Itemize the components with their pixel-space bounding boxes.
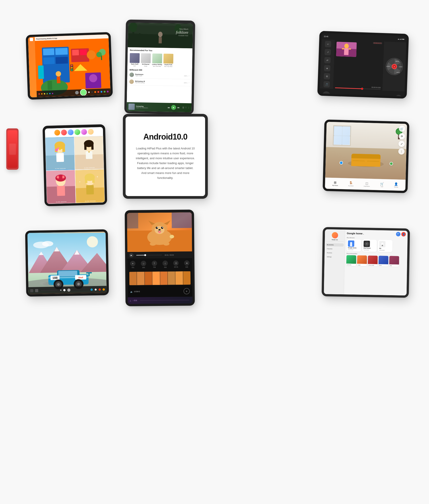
- music-next-btn[interactable]: ⏭: [177, 106, 180, 109]
- music-prev-btn[interactable]: ⏮: [168, 106, 170, 109]
- video2-tool-beauty[interactable]: ✦ 美化: [130, 261, 135, 269]
- svg-rect-5: [56, 57, 68, 64]
- gh-rec-3[interactable]: China Daily: [368, 255, 378, 266]
- furniture-ar-room: 🛒 ⟳ ⤢ ⋮: [325, 122, 407, 180]
- furniture-label: Furniture: [348, 185, 353, 187]
- svg-rect-120: [86, 272, 92, 273]
- album-item-3[interactable]: Lindsey Stirling Nine Track Mind: [152, 53, 162, 67]
- google-home-main: Google home . 🔍 👤 My devices: [344, 230, 408, 295]
- gh-sidebar-devices[interactable]: My devices: [326, 243, 344, 246]
- ve-filter-icon[interactable]: ◈: [324, 65, 331, 71]
- svg-rect-3: [55, 48, 68, 55]
- ve-left-panel: ↩ ↗ ⇄ ◈ ⊞ 🎵: [320, 39, 335, 89]
- gh-rec-1[interactable]: GoTruKs: [346, 255, 356, 266]
- furniture-tool-scale[interactable]: ⤢: [398, 141, 405, 147]
- video2-tool-subtitle[interactable]: T 字幕: [152, 261, 157, 269]
- gh-device-name-1: Google home: [348, 247, 356, 249]
- video2-music-bar: ♫ ♫ 音乐: [128, 297, 193, 304]
- furniture-nav-my-room[interactable]: ⊞ My Room: [332, 181, 338, 186]
- gh-rec-4[interactable]: Aloei: [378, 256, 389, 267]
- furniture-nav-cart[interactable]: 🛒 Cart: [380, 182, 384, 187]
- video2-mute-btn[interactable]: 🔈 全部静音: [130, 290, 140, 293]
- ve-export-btn[interactable]: [395, 95, 402, 96]
- music-now-playing: Cornering Open this weekend... ⏮ ▶ ⏭ ☰ ♡…: [127, 102, 192, 112]
- furniture-nav-furniture[interactable]: 🪑 Furniture: [348, 181, 354, 187]
- svg-marker-50: [325, 94, 327, 96]
- video2-tool-audio[interactable]: ♫ 音效: [162, 261, 168, 269]
- my-room-icon: ⊞: [334, 181, 337, 184]
- furniture-sofa: [351, 154, 381, 167]
- cart-icon: 🛒: [380, 182, 384, 186]
- music-play-btn[interactable]: ▶: [171, 105, 176, 110]
- gh-header-icons: 🔍 👤: [396, 232, 406, 236]
- gh-devices-grid: Google home Connected: [347, 239, 406, 252]
- video2-play-btn[interactable]: ▶: [129, 253, 134, 258]
- furniture-nav-inspiration[interactable]: ◫ Inspiration: [364, 182, 370, 187]
- google-home-sidebar: Vivian viv My devices Favorites Routines…: [324, 229, 345, 295]
- ve-play-btn[interactable]: [322, 91, 330, 96]
- gh-rec-label-2: Youth: [357, 264, 367, 266]
- video2-tool-decor[interactable]: ★ 装饰: [184, 260, 189, 268]
- racing-screen-content: 188 Shell: [27, 232, 107, 294]
- gh-my-devices-label: My devices: [347, 237, 406, 239]
- gh-sidebar-favorites[interactable]: Favorites: [326, 247, 344, 251]
- music-track-1[interactable]: Eaommore Taylor Swift 4000 ♫ ♡: [127, 71, 192, 79]
- svg-text:Shell: Shell: [78, 277, 83, 279]
- ve-loop-icon[interactable]: ⇄: [324, 57, 331, 63]
- gh-sidebar-routines[interactable]: Routines: [326, 251, 344, 255]
- svg-rect-57: [62, 145, 65, 152]
- ve-share-icon[interactable]: ↗: [324, 49, 331, 55]
- gh-device-siji[interactable]: Siji Connected: [378, 240, 393, 252]
- subtitle-icon: T: [152, 261, 157, 266]
- video2-add-btn[interactable]: +: [183, 288, 190, 294]
- video2-music-label: ♫ 音乐: [133, 299, 137, 302]
- gh-rec-2[interactable]: Youth: [357, 255, 367, 266]
- video2-timeline: [128, 270, 193, 286]
- ve-audio-icon[interactable]: 🎵: [323, 81, 330, 87]
- music-track-2[interactable]: McCartney III Paul McCartney 3050 ♫ ♡: [127, 78, 192, 86]
- album-item-4[interactable]: Charlie Puth Nine Track Mind: [163, 54, 173, 67]
- gh-rec-5[interactable]: App: [389, 256, 399, 267]
- furniture-nav-setting[interactable]: 👤 Setting: [394, 182, 398, 188]
- video2-strip: [129, 271, 191, 285]
- inspiration-label: Inspiration: [364, 186, 370, 187]
- pip-icon: ⊡: [173, 260, 179, 266]
- avatar-2: [61, 129, 67, 135]
- gh-rec-label-3: China Daily: [368, 264, 378, 266]
- gh-profile-icon[interactable]: 👤: [401, 232, 406, 236]
- svg-rect-35: [159, 37, 162, 43]
- video2-time-display: 00:01 / 00:03: [165, 254, 190, 256]
- gh-device-name-3: Siji: [379, 248, 381, 249]
- svg-rect-139: [172, 212, 192, 228]
- video2-tool-sticker[interactable]: ☺ 贴纸: [141, 261, 146, 269]
- tablet-small-edge: [6, 128, 18, 170]
- ve-crop-icon[interactable]: ⊞: [324, 73, 330, 79]
- gh-recommendations: Recommended GoTruKs Youth: [346, 252, 406, 267]
- gh-device-dial-sound[interactable]: Dial Sound Connected: [362, 240, 377, 252]
- album-item-1[interactable]: Taylor Swift Evid: [130, 53, 140, 67]
- svg-text:VOICE: VOICE: [396, 72, 400, 73]
- ve-undo-icon[interactable]: ↩: [325, 41, 331, 47]
- drawing-canvas: [35, 38, 111, 97]
- sticker-icon: ☺: [141, 261, 146, 266]
- furniture-screen-content: 🛒 ⟳ ⤢ ⋮ ⊞ My Room 🪑 Furniture: [325, 122, 407, 191]
- gh-device-google-home[interactable]: Google home Connected: [347, 239, 361, 252]
- video2-tool-pip[interactable]: ⊡ 画中画: [173, 260, 179, 268]
- gh-rec-label-1: GoTruKs: [346, 263, 356, 266]
- ve-main-preview: 00:00:04.500 00:00:04.572: [333, 40, 384, 91]
- main-scene: Fluid Drawing Mobile AI App ····: [0, 0, 429, 504]
- cart-label: Cart: [381, 186, 383, 187]
- album-item-2[interactable]: Ed Sheeran Divide: [141, 53, 151, 67]
- svg-rect-84: [92, 177, 95, 183]
- gh-search-icon[interactable]: 🔍: [396, 232, 400, 236]
- gh-device-status-2: Connected: [364, 249, 369, 251]
- svg-text:✦: ✦: [79, 180, 81, 183]
- ve-wifi-icon: ▲▲ ■ ■: [397, 38, 404, 40]
- gh-sidebar-settings[interactable]: Settings: [325, 255, 343, 259]
- furniture-tool-more[interactable]: ⋮: [398, 148, 405, 155]
- illustration-screen: ALINA DESIGN: [45, 127, 105, 204]
- svg-rect-17: [38, 65, 44, 79]
- svg-rect-2: [43, 48, 54, 55]
- furniture-tool-cart[interactable]: 🛒: [399, 125, 405, 132]
- furniture-tool-rotate[interactable]: ⟳: [399, 133, 405, 139]
